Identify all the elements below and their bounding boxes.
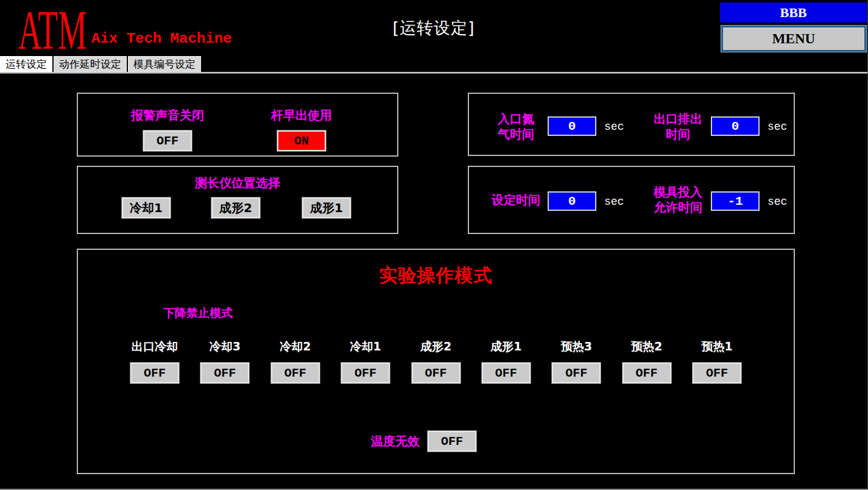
tab-bar: 运转设定 动作延时设定 模具编号设定 bbox=[0, 56, 201, 72]
outlet-exhaust-time-field[interactable]: 0 bbox=[711, 116, 760, 136]
rod-early-label: 杆早出使用 bbox=[241, 108, 362, 123]
gauge-pos-forming1-button[interactable]: 成形1 bbox=[302, 197, 351, 218]
temperature-invalid-label: 温度无效 bbox=[362, 434, 429, 449]
channel-label: 预热3 bbox=[542, 339, 611, 355]
rod-early-group: 杆早出使用 ON bbox=[241, 108, 362, 151]
experiment-mode-title: 实验操作模式 bbox=[78, 263, 794, 288]
channel-preheat2-toggle[interactable]: OFF bbox=[623, 363, 671, 383]
descent-prohibit-label: 下降禁止模式 bbox=[163, 306, 233, 321]
channel-label: 预热2 bbox=[612, 339, 682, 355]
mold-allow-time-field[interactable]: -1 bbox=[711, 191, 760, 211]
channel-outlet-cooling: 出口冷却 OFF bbox=[120, 339, 189, 383]
hmi-screen: ATM Aix Tech Machine [运转设定] BBB MENU 运转设… bbox=[0, 0, 868, 490]
outlet-exhaust-label: 出口排出 时间 bbox=[654, 112, 702, 142]
channel-label: 成形1 bbox=[471, 339, 541, 355]
channel-forming2: 成形2 OFF bbox=[401, 339, 471, 383]
channel-forming1-toggle[interactable]: OFF bbox=[482, 363, 531, 383]
set-time-panel: 设定时间 0 sec 模具投入 允许时间 -1 sec bbox=[468, 166, 795, 234]
alarm-sound-toggle[interactable]: OFF bbox=[143, 130, 192, 151]
channel-label: 冷却2 bbox=[261, 339, 330, 355]
gauge-pos-cooling1-button[interactable]: 冷却1 bbox=[122, 197, 171, 218]
tab-mold-number-settings[interactable]: 模具编号设定 bbox=[128, 56, 201, 72]
channel-label: 预热1 bbox=[682, 339, 752, 355]
channel-label: 成形2 bbox=[401, 339, 471, 355]
channel-cooling3: 冷却3 OFF bbox=[190, 339, 259, 383]
set-time-unit: sec bbox=[604, 196, 624, 208]
channel-row: 出口冷却 OFF 冷却3 OFF 冷却2 OFF 冷却1 OFF 成形2 OFF… bbox=[120, 339, 752, 383]
channel-preheat1: 预热1 OFF bbox=[682, 339, 752, 383]
temperature-invalid-toggle[interactable]: OFF bbox=[428, 431, 476, 452]
channel-preheat1-toggle[interactable]: OFF bbox=[693, 363, 741, 383]
channel-label: 冷却1 bbox=[331, 339, 400, 355]
length-gauge-title: 测长仪位置选择 bbox=[78, 176, 397, 191]
tab-operation-settings[interactable]: 运转设定 bbox=[0, 56, 52, 72]
alarm-sound-group: 报警声音关闭 OFF bbox=[107, 108, 228, 151]
set-time-label: 设定时间 bbox=[492, 193, 540, 208]
tab-action-delay-settings[interactable]: 动作延时设定 bbox=[54, 56, 127, 72]
alarm-rod-panel: 报警声音关闭 OFF 杆早出使用 ON bbox=[77, 93, 398, 157]
length-gauge-panel: 测长仪位置选择 冷却1 成形2 成形1 bbox=[77, 166, 398, 234]
channel-cooling3-toggle[interactable]: OFF bbox=[200, 363, 249, 383]
channel-label: 出口冷却 bbox=[120, 339, 189, 355]
gauge-pos-forming2-button[interactable]: 成形2 bbox=[211, 197, 260, 218]
set-time-field[interactable]: 0 bbox=[548, 191, 596, 211]
channel-cooling1: 冷却1 OFF bbox=[331, 339, 400, 383]
inlet-nitrogen-unit: sec bbox=[604, 121, 624, 133]
channel-forming2-toggle[interactable]: OFF bbox=[412, 363, 460, 383]
rod-early-toggle[interactable]: ON bbox=[277, 130, 326, 151]
mold-allow-time-label: 模具投入 允许时间 bbox=[654, 185, 702, 215]
menu-button[interactable]: MENU bbox=[721, 26, 866, 52]
channel-preheat3: 预热3 OFF bbox=[542, 339, 611, 383]
channel-preheat3-toggle[interactable]: OFF bbox=[552, 363, 601, 383]
channel-outlet-cooling-toggle[interactable]: OFF bbox=[130, 363, 179, 383]
nitrogen-time-panel: 入口氮 气时间 0 sec 出口排出 时间 0 sec bbox=[468, 93, 795, 156]
channel-preheat2: 预热2 OFF bbox=[612, 339, 682, 383]
channel-forming1: 成形1 OFF bbox=[471, 339, 541, 383]
experiment-mode-panel: 实验操作模式 下降禁止模式 出口冷却 OFF 冷却3 OFF 冷却2 OFF 冷… bbox=[77, 249, 795, 474]
inlet-nitrogen-label: 入口氮 气时间 bbox=[498, 112, 534, 142]
channel-cooling2: 冷却2 OFF bbox=[261, 339, 330, 383]
channel-cooling1-toggle[interactable]: OFF bbox=[341, 363, 390, 383]
alarm-sound-label: 报警声音关闭 bbox=[107, 108, 228, 123]
outlet-exhaust-unit: sec bbox=[767, 121, 787, 133]
mold-allow-time-unit: sec bbox=[767, 196, 787, 208]
inlet-nitrogen-time-field[interactable]: 0 bbox=[548, 116, 596, 136]
tab-underline bbox=[0, 72, 868, 74]
channel-cooling2-toggle[interactable]: OFF bbox=[271, 363, 320, 383]
channel-label: 冷却3 bbox=[190, 339, 259, 355]
screen-id-label: BBB bbox=[720, 2, 867, 23]
